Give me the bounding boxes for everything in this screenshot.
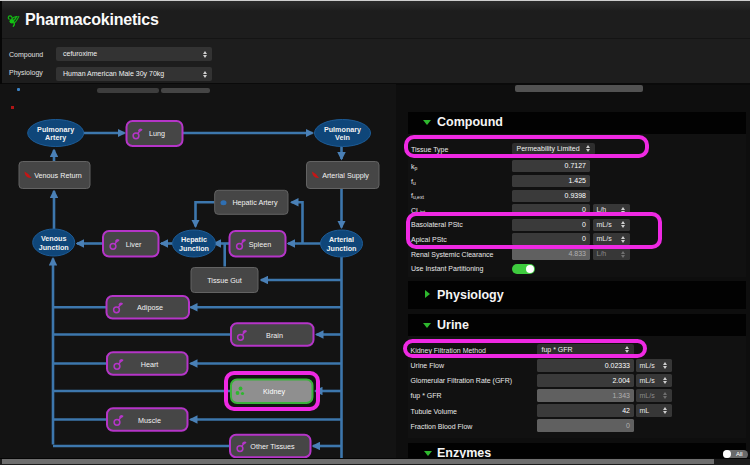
svg-text:Artery: Artery xyxy=(45,133,66,142)
svg-text:Heart: Heart xyxy=(141,360,159,369)
svg-text:Lung: Lung xyxy=(149,129,165,138)
svg-text:Junction: Junction xyxy=(179,244,209,253)
svg-text:Liver: Liver xyxy=(126,240,142,249)
svg-text:Arterial Supply: Arterial Supply xyxy=(322,171,369,180)
svg-text:Junction: Junction xyxy=(327,244,357,253)
svg-text:Junction: Junction xyxy=(39,243,69,252)
svg-text:Other Tissues: Other Tissues xyxy=(250,442,295,451)
svg-text:Hepatic Artery: Hepatic Artery xyxy=(232,198,278,207)
svg-text:Brain: Brain xyxy=(266,331,283,340)
svg-text:Spleen: Spleen xyxy=(249,240,271,249)
svg-text:Tissue Gut: Tissue Gut xyxy=(207,276,241,285)
svg-text:Adipose: Adipose xyxy=(137,303,163,312)
svg-text:Muscle: Muscle xyxy=(138,416,161,425)
svg-text:Vein: Vein xyxy=(335,133,350,142)
svg-text:Venous Return: Venous Return xyxy=(34,171,82,180)
